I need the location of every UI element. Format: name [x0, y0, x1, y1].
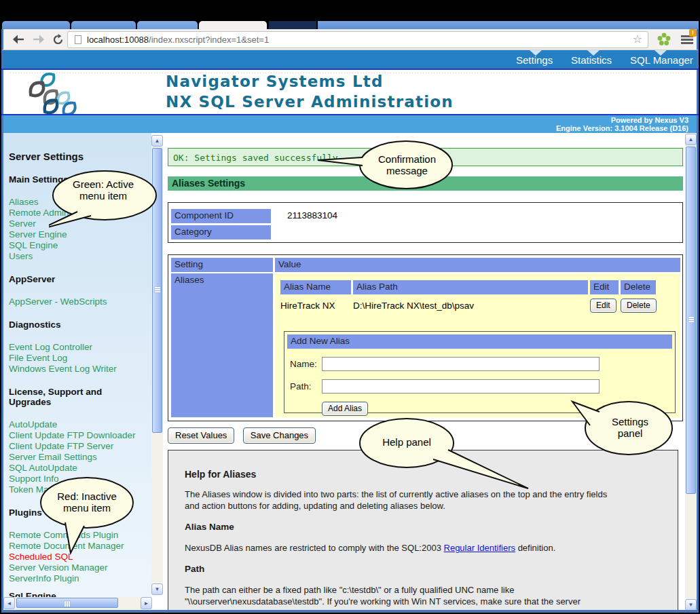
save-changes-button[interactable]: Save Changes [243, 427, 316, 444]
path-label: Path: [290, 381, 322, 391]
reload-button[interactable] [52, 34, 64, 48]
callout-red-inactive: Red: Inactivemenu item [39, 477, 138, 555]
alias-name-input[interactable] [322, 357, 600, 371]
nav-settings[interactable]: Settings [516, 54, 553, 66]
sidebar-item-event-log-controller[interactable]: Event Log Controller [9, 342, 151, 353]
sidebar-item-autoupdate[interactable]: AutoUpdate [9, 419, 151, 430]
callout-green-active: Green: Activemenu item [49, 170, 164, 237]
engine-bar: Powered by Nexus V3 Engine Version: 3.10… [1, 115, 699, 133]
sidebar-item-server-version-manager[interactable]: Server Version Manager [9, 562, 151, 573]
menu-icon[interactable] [681, 35, 693, 45]
browser-tab[interactable] [2, 21, 70, 29]
bookmark-star-icon[interactable]: ☆ [633, 33, 642, 45]
browser-tab[interactable] [71, 21, 136, 29]
setting-column-header: Setting [171, 258, 273, 272]
help-paragraph: NexusDB Alias names are restricted to co… [185, 542, 619, 554]
value-cell: Alias Name Alias Path Edit Delete HireTr… [275, 273, 680, 417]
reset-values-button[interactable]: Reset Values [168, 427, 234, 444]
sidebar-item-client-update-ftp-server[interactable]: Client Update FTP Server [9, 441, 151, 452]
nav-statistics[interactable]: Statistics [571, 54, 612, 66]
setting-name-cell: Aliases [171, 273, 273, 417]
sidebar-hscrollbar[interactable]: ◄ ► [3, 597, 152, 609]
edit-header: Edit [590, 280, 619, 294]
site-title: Navigator Systems Ltd [166, 73, 384, 90]
scroll-right-icon[interactable]: ► [141, 597, 152, 609]
add-alias-title: Add New Alias [287, 334, 672, 349]
scroll-left-icon[interactable]: ◄ [3, 597, 15, 609]
engine-version: Engine Version: 3.1004 Release (D16) [3, 124, 688, 132]
main-panel: OK: Settings saved successfully. Aliases… [164, 133, 685, 613]
forward-button[interactable] [32, 35, 45, 47]
component-id-value: 2113883104 [271, 209, 337, 223]
callout-settings-panel: Settingspanel [567, 397, 676, 458]
site-subtitle: NX SQL Server Administration [166, 93, 454, 111]
scroll-thumb[interactable] [686, 147, 696, 494]
browser-tab-strip [1, 21, 699, 29]
alias-name: HireTrack NX [280, 301, 353, 311]
scroll-up-icon[interactable]: ▲ [151, 135, 163, 147]
company-logo [24, 70, 112, 114]
browser-toolbar: localhost:10088/index.nxscript?index=1&s… [1, 29, 699, 50]
delete-button[interactable]: Delete [621, 299, 657, 313]
sidebar-item-windows-event-log-writer[interactable]: Windows Event Log Writer [9, 364, 151, 375]
address-bar[interactable]: localhost:10088/index.nxscript?index=1&s… [67, 31, 648, 48]
callout-help-panel: Help panel [358, 417, 535, 492]
value-column-header: Value [275, 258, 680, 272]
callout-confirmation: Confirmationmessage [314, 140, 456, 191]
site-navbar: Settings Statistics SQL Manager [1, 50, 699, 69]
browser-tab[interactable] [269, 21, 316, 29]
help-heading-path: Path [185, 564, 664, 574]
delete-header: Delete [621, 280, 656, 294]
regular-identifiers-link[interactable]: Regular Identifiers [444, 543, 516, 553]
url-text[interactable]: localhost:10088/index.nxscript?index=1&s… [87, 35, 269, 45]
sidebar-heading: Diagnostics [9, 320, 151, 330]
sidebar-item-file-event-log[interactable]: File Event Log [9, 353, 151, 364]
back-button[interactable] [12, 35, 25, 47]
extension-icon[interactable] [657, 33, 671, 49]
site-header: Navigator Systems Ltd NX SQL Server Admi… [1, 70, 699, 114]
component-id-label: Component ID [171, 209, 271, 223]
sidebar-item-serverinfo-plugin[interactable]: ServerInfo Plugin [9, 573, 151, 584]
alias-path-input[interactable] [322, 379, 600, 394]
help-heading-alias-name: Alias Name [185, 522, 664, 532]
main-vscrollbar[interactable]: ▲ ▼ [685, 134, 697, 611]
sidebar-item-server-email-settings[interactable]: Server Email Settings [9, 452, 151, 463]
scroll-thumb[interactable] [16, 598, 118, 608]
sidebar-item-appserver-webscripts[interactable]: AppServer - WebScripts [9, 296, 151, 307]
alias-path-header: Alias Path [353, 280, 588, 294]
help-paragraph: The Aliases window is divided into two p… [185, 488, 619, 512]
sidebar-title: Server Settings [9, 151, 151, 162]
scroll-down-icon[interactable]: ▼ [685, 599, 697, 611]
update-badge: ! [689, 29, 697, 37]
edit-button[interactable]: Edit [590, 299, 616, 313]
alias-path: D:\HireTrack NX\test_db\psav [353, 301, 590, 311]
sidebar-item-users[interactable]: Users [9, 251, 151, 262]
add-alias-button[interactable]: Add Alias [322, 402, 368, 416]
sidebar-heading: AppServer [9, 274, 151, 284]
powered-by: Powered by Nexus V3 [3, 116, 688, 124]
component-info-box: Component ID 2113883104 Category [168, 202, 683, 243]
name-label: Name: [290, 359, 322, 369]
sidebar-item-sql-engine[interactable]: SQL Engine [9, 240, 151, 251]
category-label: Category [171, 225, 271, 239]
browser-tab[interactable] [137, 21, 198, 29]
sidebar-item-sql-autoupdate[interactable]: SQL AutoUpdate [9, 463, 151, 474]
browser-titlebar [318, 21, 699, 29]
help-paragraph: The path can either be a fixed path like… [185, 584, 592, 613]
alias-name-header: Alias Name [280, 280, 351, 294]
alias-row: HireTrack NX D:\HireTrack NX\test_db\psa… [280, 295, 662, 315]
aliases-table: Alias Name Alias Path Edit Delete HireTr… [280, 280, 662, 315]
category-value [271, 225, 287, 239]
sidebar-heading: License, Support and Upgrades [9, 387, 124, 407]
sidebar-item-client-update-ftp-downloader[interactable]: Client Update FTP Downloader [9, 430, 151, 441]
page-icon [75, 35, 81, 44]
scroll-down-icon[interactable]: ▼ [151, 583, 163, 595]
browser-tab-active[interactable] [199, 21, 267, 29]
scroll-up-icon[interactable]: ▲ [685, 134, 697, 145]
nav-sql-manager[interactable]: SQL Manager [630, 54, 693, 66]
